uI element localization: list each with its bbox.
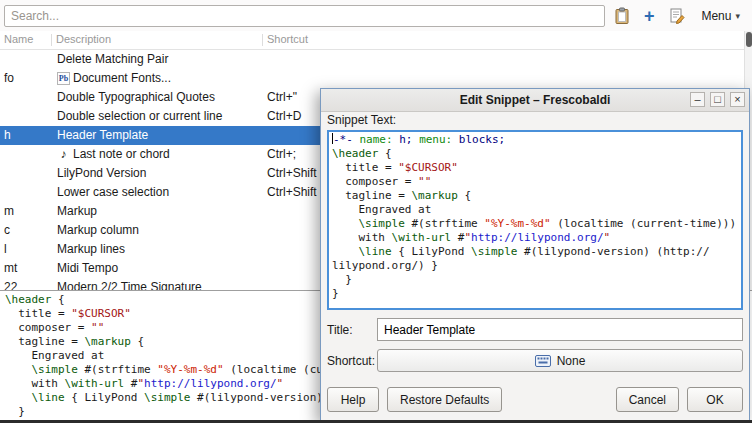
table-row[interactable]: Delete Matching Pair [0, 50, 752, 69]
cancel-button[interactable]: Cancel [616, 387, 679, 412]
cell-description: LilyPond Version [57, 164, 263, 183]
cell-name: 22 [4, 278, 52, 290]
menu-label: Menu [701, 9, 731, 23]
paste-button[interactable] [611, 5, 633, 27]
ok-button[interactable]: OK [687, 387, 743, 412]
cell-name: mt [4, 259, 52, 278]
shortcut-button[interactable]: None [377, 349, 743, 372]
help-button[interactable]: Help [327, 387, 379, 412]
title-label: Title: [327, 323, 377, 337]
cell-description: Markup lines [57, 240, 263, 259]
toolbar: + Menu ▾ [0, 0, 752, 31]
restore-defaults-button[interactable]: Restore Defaults [387, 387, 502, 412]
cell-description: Lower case selection [57, 183, 263, 202]
snippet-text-label: Snippet Text: [327, 113, 743, 128]
note-icon: ♪ [57, 145, 70, 164]
column-header-description[interactable]: Description [56, 33, 111, 45]
code-line: \simple #(strftime "%Y-%m-%d" (localtime… [332, 217, 738, 231]
code-line: title = "$CURSOR" [332, 161, 738, 175]
code-line: composer = "" [332, 175, 738, 189]
code-line: tagline = \markup { [332, 189, 738, 203]
shortcut-value: None [557, 354, 586, 368]
minimize-button[interactable]: – [690, 92, 705, 107]
code-line: } [332, 273, 738, 287]
cell-name: h [4, 126, 52, 145]
button-spacer [510, 387, 607, 412]
code-line: with \with-url #"http://lilypond.org/" [332, 231, 738, 245]
document-fonts-icon: Pb [57, 72, 70, 85]
frescobaldi-snippets-window: + Menu ▾ Name Description Shortcut Delet… [0, 0, 752, 423]
add-snippet-button[interactable]: + [638, 5, 660, 27]
cell-description: Header Template [57, 126, 263, 145]
cell-description: Markup [57, 202, 263, 221]
cell-description: Modern 2/2 Time Signature [57, 278, 263, 290]
maximize-button[interactable]: □ [710, 92, 725, 107]
table-header: Name Description Shortcut [0, 31, 752, 50]
cell-shortcut: Ctrl+D [267, 107, 301, 126]
snippet-editor[interactable]: -*- name: h; menu: blocks;\header { titl… [327, 130, 743, 310]
edit-icon [668, 7, 686, 25]
cell-description: Delete Matching Pair [57, 50, 263, 69]
menu-button[interactable]: Menu ▾ [693, 7, 748, 25]
cell-description: Markup column [57, 221, 263, 240]
code-line: \header { [332, 147, 738, 161]
plus-icon: + [644, 7, 655, 25]
cell-name: fo [4, 69, 52, 88]
cell-name: m [4, 202, 52, 221]
cell-description: Double Typographical Quotes [57, 88, 263, 107]
close-button[interactable]: × [730, 92, 745, 107]
code-line: -*- name: h; menu: blocks; [332, 133, 738, 147]
search-input[interactable] [4, 5, 605, 27]
cell-description: Midi Tempo [57, 259, 263, 278]
edit-snippet-dialog: Edit Snippet – Frescobaldi – □ × Snippet… [320, 88, 750, 421]
dialog-titlebar[interactable]: Edit Snippet – Frescobaldi – □ × [321, 89, 749, 112]
dialog-title: Edit Snippet – Frescobaldi [321, 93, 749, 107]
chevron-down-icon: ▾ [735, 11, 740, 21]
dialog-button-row: Help Restore Defaults Cancel OK [327, 387, 743, 412]
column-header-shortcut[interactable]: Shortcut [267, 33, 308, 45]
code-line: } [332, 287, 738, 301]
scrollbar-thumb[interactable] [746, 32, 752, 47]
edit-snippet-button[interactable] [666, 5, 688, 27]
code-line: \line { LilyPond \simple #(lilypond-vers… [332, 245, 738, 259]
cell-shortcut: Ctrl+; [267, 145, 296, 164]
cell-shortcut: Ctrl+Shift [267, 164, 317, 183]
code-line: lilypond.org/) } [332, 259, 738, 273]
cell-shortcut: Ctrl+Shift [267, 183, 317, 202]
cell-shortcut: Ctrl+" [267, 88, 297, 107]
column-header-name[interactable]: Name [4, 33, 33, 45]
title-input[interactable] [377, 318, 743, 341]
clipboard-icon [613, 7, 631, 25]
shortcut-label: Shortcut: [327, 354, 377, 368]
cell-description: ♪Last note or chord [57, 145, 263, 164]
dialog-body: Snippet Text: -*- name: h; menu: blocks;… [321, 111, 749, 420]
window-controls: – □ × [690, 92, 745, 107]
code-line: Engraved at [332, 203, 738, 217]
cell-description: Double selection or current line [57, 107, 263, 126]
cell-name: c [4, 221, 52, 240]
table-row[interactable]: foPbDocument Fonts... [0, 69, 752, 88]
cell-name: l [4, 240, 52, 259]
keyboard-icon [535, 355, 551, 367]
cell-description: PbDocument Fonts... [57, 69, 263, 88]
